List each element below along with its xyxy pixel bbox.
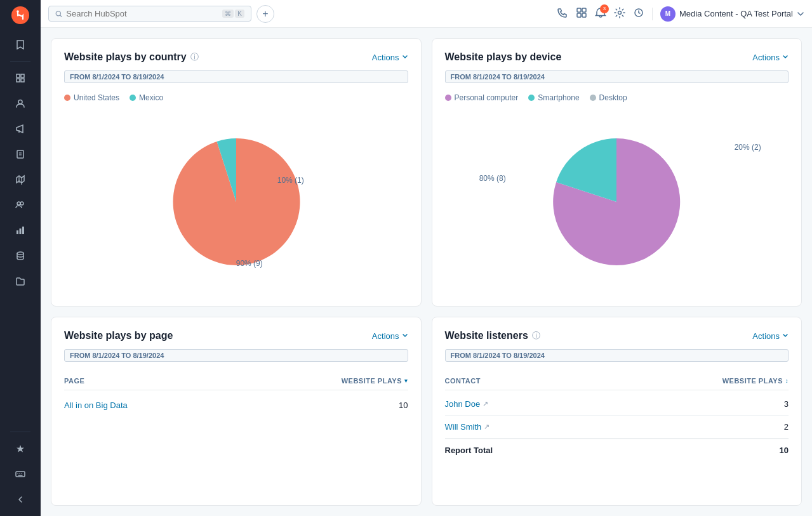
listeners-row-will-name: Will Smith [445,422,482,432]
table-row: Will Smith ↗ 2 [445,416,789,439]
page-row-link[interactable]: All in on Big Data [64,400,128,410]
country-legend-dot-mx [130,95,136,101]
card-listeners-title-row: Website listeners ⓘ [445,330,540,341]
card-page-header: Website plays by page Actions [64,330,408,341]
sidebar [0,0,41,516]
card-listeners: Website listeners ⓘ Actions FROM 8/1/202… [432,317,802,506]
country-legend-mx: Mexico [130,93,163,102]
country-chart: 10% (1) 90% (9) [64,110,408,293]
device-date-range: FROM 8/1/2024 TO 8/19/2024 [445,70,789,83]
notifications-icon[interactable]: 3 [595,7,606,21]
device-actions-chevron [782,54,789,60]
chevron-down-icon [797,10,804,18]
device-legend-dot-pc [445,95,451,101]
country-info-icon[interactable]: ⓘ [190,51,199,63]
sidebar-item-library[interactable] [9,168,32,191]
svg-rect-18 [16,472,25,477]
listeners-row-john-link[interactable]: John Doe ↗ [445,399,738,409]
external-link-icon-2: ↗ [484,423,489,431]
search-shortcut-key: K [235,10,244,18]
page-table-header: PAGE WEBSITE PLAYS ▾ [64,372,408,390]
sidebar-item-spark[interactable] [9,437,32,460]
svg-rect-25 [582,8,586,12]
sidebar-item-collapse[interactable] [9,488,32,511]
sidebar-item-grid[interactable] [9,67,32,89]
table-row: All in on Big Data 10 [64,393,408,417]
sidebar-item-groups[interactable] [9,194,32,216]
page-col-plays[interactable]: WEBSITE PLAYS ▾ [342,377,408,385]
svg-rect-15 [20,228,22,234]
page-actions-button[interactable]: Actions [372,331,408,341]
page-actions-label: Actions [372,331,399,341]
page-row-name: All in on Big Data [64,399,357,411]
sidebar-item-keyboard[interactable] [9,463,32,486]
country-legend: United States Mexico [64,93,408,102]
card-device-header: Website plays by device Actions [445,51,789,63]
svg-rect-4 [17,79,20,82]
portal-avatar: M [660,6,676,22]
topbar-icons: 3 M Media Content - QA Test Portal [557,6,804,22]
svg-rect-14 [17,230,18,234]
card-country: Website plays by country ⓘ Actions FROM … [51,38,422,307]
device-legend-dot-smartphone [528,95,535,101]
device-pie-chart [547,132,686,272]
country-actions-button[interactable]: Actions [372,53,408,62]
sidebar-item-contacts[interactable] [9,92,32,115]
sidebar-item-analytics[interactable] [9,219,32,242]
device-actions-button[interactable]: Actions [752,53,789,62]
sidebar-item-files[interactable] [9,270,32,293]
table-row: John Doe ↗ 3 [445,393,789,416]
svg-rect-27 [582,13,586,17]
sidebar-item-documents[interactable] [9,143,32,166]
search-icon [55,10,62,18]
card-device-title: Website plays by device [445,51,562,63]
page-col-page: PAGE [64,377,342,385]
listeners-row-john: John Doe ↗ [445,399,738,409]
listeners-sort-icon: ↕ [785,378,789,384]
search-shortcut: ⌘ K [222,10,244,18]
country-label-small: 10% (1) [277,176,304,185]
listeners-actions-button[interactable]: Actions [752,331,789,341]
portal-selector[interactable]: M Media Content - QA Test Portal [660,6,804,22]
listeners-info-icon[interactable]: ⓘ [532,330,540,341]
sidebar-item-marketing[interactable] [9,117,32,140]
main-area: ⌘ K + 3 M Med [41,0,812,516]
device-legend-label-desktop: Desktop [599,93,627,102]
listeners-col-contact: CONTACT [445,377,722,385]
sidebar-item-database[interactable] [9,244,32,267]
country-pie-chart [166,132,306,272]
device-legend-desktop: Desktop [590,93,627,102]
device-label-large: 80% (8) [479,174,506,183]
card-listeners-header: Website listeners ⓘ Actions [445,330,789,341]
content-grid: Website plays by country ⓘ Actions FROM … [41,28,812,516]
hubspot-logo[interactable] [10,5,30,25]
card-page-title-row: Website plays by page [64,330,173,341]
listeners-row-will-link[interactable]: Will Smith ↗ [445,422,738,432]
listeners-date-range: FROM 8/1/2024 TO 8/19/2024 [445,349,789,362]
svg-point-17 [17,252,23,255]
sidebar-divider-2 [10,432,30,432]
page-sort-icon: ▾ [404,378,408,384]
page-date-range: FROM 8/1/2024 TO 8/19/2024 [64,349,408,362]
listeners-col-plays[interactable]: WEBSITE PLAYS ↕ [722,377,789,385]
country-label-large: 90% (9) [236,259,263,268]
marketplace-icon[interactable] [576,7,587,21]
search-bar[interactable]: ⌘ K [48,6,251,22]
svg-rect-26 [577,13,581,17]
sidebar-bottom [9,429,32,511]
add-button[interactable]: + [256,5,274,23]
country-legend-label-us: United States [74,93,119,102]
sidebar-item-bookmark[interactable] [9,33,32,56]
phone-icon[interactable] [557,7,568,21]
svg-rect-16 [22,227,24,234]
svg-rect-5 [21,79,24,82]
settings-icon[interactable] [614,7,625,21]
page-table: PAGE WEBSITE PLAYS ▾ All in on Big Data … [64,372,408,493]
bell-icon[interactable] [633,7,644,21]
svg-rect-24 [577,8,581,12]
svg-rect-3 [21,74,24,77]
topbar-divider [652,8,653,20]
country-date-range: FROM 8/1/2024 TO 8/19/2024 [64,70,408,83]
country-actions-chevron [402,54,408,60]
search-input[interactable] [66,9,218,18]
